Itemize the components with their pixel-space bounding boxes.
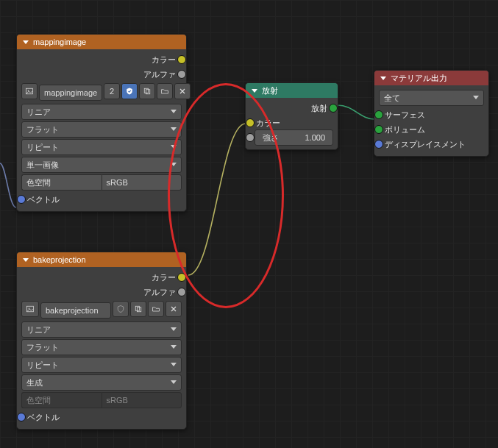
- chevron-down-icon: [171, 345, 177, 349]
- unlink-image-button[interactable]: [166, 301, 182, 317]
- fake-user-button[interactable]: [121, 83, 138, 99]
- socket-dot[interactable]: [246, 133, 255, 142]
- collapse-icon[interactable]: [23, 258, 29, 262]
- node-header[interactable]: マテリアル出力: [374, 71, 488, 85]
- colorspace-select: sRGB: [102, 392, 182, 408]
- socket-dot[interactable]: [246, 118, 255, 127]
- close-icon: [169, 305, 178, 313]
- socket-dot[interactable]: [177, 288, 186, 296]
- socket-displacement-in[interactable]: ディスプレイスメント: [379, 137, 484, 152]
- node-title: mappingimage: [33, 38, 86, 46]
- image-datablock-row: bakeprojection: [21, 301, 182, 320]
- socket-dot[interactable]: [177, 273, 186, 282]
- collapse-icon[interactable]: [380, 77, 386, 80]
- socket-color-out[interactable]: カラー: [21, 52, 182, 67]
- user-count-button[interactable]: 2: [104, 83, 120, 99]
- duplicate-icon: [134, 305, 143, 313]
- shield-icon: [125, 87, 134, 96]
- folder-icon: [160, 87, 169, 96]
- projection-select[interactable]: フラット: [21, 339, 182, 355]
- open-image-button[interactable]: [148, 301, 164, 317]
- socket-surface-in[interactable]: サーフェス: [379, 107, 484, 122]
- chevron-down-icon: [171, 163, 177, 166]
- image-type-icon-button[interactable]: [21, 301, 39, 317]
- source-select[interactable]: 単一画像: [21, 157, 182, 173]
- folder-icon: [152, 305, 160, 313]
- node-title: 放射: [262, 85, 278, 96]
- node-title: bakeprojection: [33, 255, 86, 264]
- node-header[interactable]: 放射: [246, 83, 338, 98]
- chevron-down-icon: [171, 380, 177, 384]
- open-image-button[interactable]: [157, 83, 173, 99]
- image-icon: [26, 305, 35, 313]
- image-texture-node-mappingimage[interactable]: mappingimage カラー アルファ mappingimage 2: [16, 34, 187, 212]
- interpolation-select[interactable]: リニア: [21, 104, 182, 120]
- colorspace-label: 色空間: [21, 174, 102, 191]
- extension-select[interactable]: リピート: [21, 139, 182, 155]
- socket-alpha-out[interactable]: アルファ: [21, 67, 182, 82]
- node-title: マテリアル出力: [391, 73, 447, 84]
- chevron-down-icon: [171, 363, 177, 366]
- projection-select[interactable]: フラット: [21, 121, 182, 138]
- socket-dot[interactable]: [374, 110, 383, 119]
- emission-node[interactable]: 放射 放射 カラー 強さ 1.000: [245, 82, 338, 150]
- image-datablock-row: mappingimage 2: [21, 83, 182, 102]
- image-icon: [25, 87, 34, 96]
- image-name-field[interactable]: bakeprojection: [40, 302, 111, 319]
- image-type-icon-button[interactable]: [21, 83, 38, 99]
- collapse-icon[interactable]: [252, 89, 257, 93]
- chevron-down-icon: [171, 145, 177, 149]
- chevron-down-icon: [171, 327, 177, 331]
- chevron-down-icon: [171, 110, 177, 113]
- interpolation-select[interactable]: リニア: [21, 321, 182, 338]
- socket-alpha-out[interactable]: アルファ: [21, 285, 182, 299]
- node-header[interactable]: bakeprojection: [17, 252, 186, 267]
- new-image-button[interactable]: [139, 83, 155, 99]
- socket-dot[interactable]: [17, 413, 26, 422]
- socket-volume-in[interactable]: ボリューム: [379, 122, 484, 137]
- target-select[interactable]: 全て: [379, 90, 484, 106]
- socket-color-in[interactable]: カラー: [250, 115, 333, 130]
- material-output-node[interactable]: マテリアル出力 全て サーフェス ボリューム ディスプレイスメント: [374, 70, 489, 157]
- colorspace-select[interactable]: sRGB: [102, 174, 182, 191]
- extension-select[interactable]: リピート: [21, 357, 182, 373]
- collapse-icon[interactable]: [23, 40, 29, 44]
- socket-color-out[interactable]: カラー: [21, 270, 182, 285]
- socket-dot[interactable]: [177, 70, 186, 79]
- socket-strength-in[interactable]: 強さ 1.000: [250, 130, 333, 145]
- socket-dot[interactable]: [177, 55, 186, 64]
- socket-dot[interactable]: [17, 195, 26, 204]
- socket-emission-out[interactable]: 放射: [250, 101, 333, 115]
- colorspace-row: 色空間 sRGB: [21, 174, 182, 191]
- chevron-down-icon: [473, 96, 479, 99]
- fake-user-button[interactable]: [113, 301, 129, 317]
- socket-vector-in[interactable]: ベクトル: [21, 192, 182, 207]
- duplicate-icon: [143, 87, 152, 96]
- colorspace-label: 色空間: [21, 392, 102, 408]
- socket-dot[interactable]: [329, 104, 338, 113]
- socket-dot[interactable]: [374, 140, 383, 149]
- node-header[interactable]: mappingimage: [17, 35, 186, 49]
- colorspace-row: 色空間 sRGB: [21, 392, 182, 408]
- source-select[interactable]: 生成: [21, 374, 182, 391]
- unlink-image-button[interactable]: [174, 83, 191, 99]
- socket-dot[interactable]: [374, 125, 383, 134]
- new-image-button[interactable]: [130, 301, 146, 317]
- close-icon: [178, 87, 187, 96]
- chevron-down-icon: [171, 127, 177, 131]
- socket-vector-in[interactable]: ベクトル: [21, 410, 182, 424]
- image-texture-node-bakeprojection[interactable]: bakeprojection カラー アルファ bakeprojection: [16, 252, 187, 430]
- strength-field[interactable]: 強さ 1.000: [255, 129, 333, 146]
- shield-icon: [116, 305, 125, 313]
- image-name-field[interactable]: mappingimage: [39, 85, 102, 101]
